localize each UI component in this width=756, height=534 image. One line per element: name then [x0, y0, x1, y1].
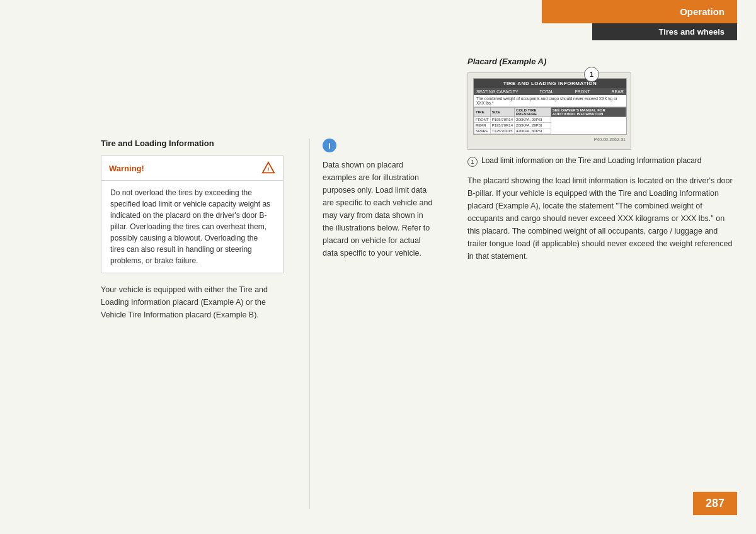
- placard-section: Placard (Example A) 1 TIRE AND LOADING I…: [467, 57, 737, 263]
- tire-front: FRONT: [474, 117, 491, 123]
- load-info-note: 1 Load limit information on the Tire and…: [467, 156, 737, 167]
- page-number: 287: [693, 492, 737, 515]
- th-tire: TIRE: [474, 108, 491, 117]
- placard-card-header: TIRE AND LOADING INFORMATION: [474, 79, 626, 88]
- page-container: Tire and Loading Information Warning! ! …: [0, 0, 756, 534]
- size-rear: P195/70R14: [490, 123, 514, 128]
- warning-label: Warning!: [109, 164, 144, 173]
- placard-combined-text: The combined weight of occupants and car…: [474, 95, 626, 107]
- placard-seating-row: SEATING CAPACITY TOTAL FRONT REAR: [474, 88, 626, 95]
- middle-column: i Data shown on placard examples are for…: [310, 0, 449, 534]
- size-spare: T125/70D15: [490, 128, 514, 134]
- operation-banner: Operation: [542, 0, 737, 23]
- table-row-rear: REAR P195/70R14 200KPA, 29PSI: [474, 123, 626, 128]
- th-pressure: COLD TIRE PRESSURE: [515, 108, 551, 117]
- info-icon: i: [323, 139, 336, 152]
- table-row-front: FRONT P195/70R14 200KPA, 29PSI: [474, 117, 626, 123]
- load-note-circle: 1: [467, 157, 478, 167]
- placard-image: 1 TIRE AND LOADING INFORMATION SEATING C…: [467, 72, 631, 150]
- table-row-spare: SPARE T125/70D15 420KPA, 60PSI: [474, 128, 626, 134]
- tires-banner: Tires and wheels: [592, 23, 737, 40]
- seating-label: SEATING CAPACITY: [476, 89, 518, 94]
- th-see-owner: SEE OWNER'S MANUAL FOR ADDITIONAL INFORM…: [551, 108, 626, 117]
- tire-rear: REAR: [474, 123, 491, 128]
- th-size: SIZE: [490, 108, 514, 117]
- placard-ref: P40.00-2062-31: [473, 137, 626, 142]
- placard-card: TIRE AND LOADING INFORMATION SEATING CAP…: [473, 78, 627, 135]
- left-body-text: Your vehicle is equipped with either the…: [101, 283, 284, 321]
- rear-label: REAR: [612, 89, 624, 94]
- warning-body-text: Do not overload the tires by exceeding t…: [101, 181, 283, 273]
- page-number-area: 287: [693, 492, 737, 515]
- placard-title: Placard (Example A): [467, 57, 737, 66]
- total-label: TOTAL: [540, 89, 554, 94]
- front-label: FRONT: [575, 89, 590, 94]
- size-front: P195/70R14: [490, 117, 514, 123]
- middle-info-text: Data shown on placard examples are for i…: [323, 159, 436, 259]
- tire-spare: SPARE: [474, 128, 491, 134]
- pressure-front: 200KPA, 29PSI: [515, 117, 551, 123]
- right-body-text: The placard showing the load limit infor…: [467, 174, 737, 263]
- pressure-spare: 420KPA, 60PSI: [515, 128, 551, 134]
- svg-text:!: !: [267, 166, 269, 173]
- placard-table: TIRE SIZE COLD TIRE PRESSURE SEE OWNER'S…: [474, 107, 626, 134]
- section-title: Tire and Loading Information: [101, 139, 284, 148]
- warning-header: Warning! !: [101, 156, 283, 181]
- circle-badge-1: 1: [584, 67, 599, 82]
- header-area: Operation Tires and wheels: [467, 0, 737, 40]
- load-note-text: Load limit information on the Tire and L…: [481, 156, 702, 165]
- left-column: Tire and Loading Information Warning! ! …: [0, 0, 309, 534]
- warning-box: Warning! ! Do not overload the tires by …: [101, 156, 284, 273]
- right-column: Operation Tires and wheels Placard (Exam…: [449, 0, 756, 534]
- pressure-rear: 200KPA, 29PSI: [515, 123, 551, 128]
- warning-triangle-icon: !: [261, 161, 275, 175]
